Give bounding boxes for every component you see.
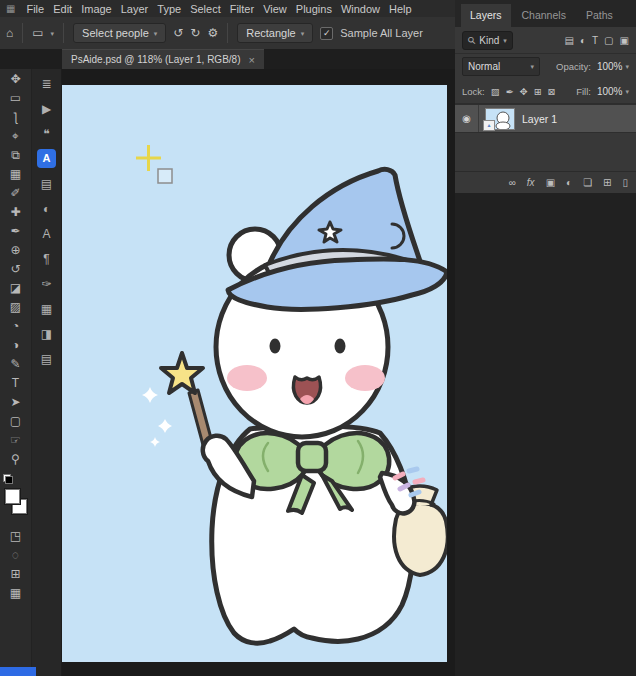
layer-style-icon[interactable]: fx <box>527 178 535 188</box>
spot-healing-tool[interactable]: ✚ <box>0 202 31 221</box>
history-panel-icon[interactable]: ≣ <box>32 71 61 96</box>
history-brush-tool[interactable]: ↺ <box>0 259 31 278</box>
bottom-left-accent-bar <box>0 667 36 676</box>
menu-window[interactable]: Window <box>341 3 380 15</box>
tab-layers[interactable]: Layers <box>461 4 511 27</box>
filter-pixel-icon[interactable]: ▤ <box>564 35 573 46</box>
gradients-panel-icon[interactable]: ◨ <box>32 321 61 346</box>
libraries-panel-icon[interactable]: ▤ <box>32 171 61 196</box>
zoom-tool[interactable]: ⚲ <box>0 449 31 468</box>
link-icon[interactable]: ∞ <box>509 178 516 188</box>
paragraph-panel-icon[interactable]: ¶ <box>32 246 61 271</box>
layer-thumbnail[interactable]: ▴ <box>485 108 515 130</box>
lock-artboard-icon[interactable]: ⊞ <box>534 86 542 97</box>
layer-row[interactable]: ◉ ▴ Layer 1 <box>455 104 636 133</box>
object-selection-tool[interactable]: ⌖ <box>0 126 31 145</box>
blur-tool[interactable]: ◔ <box>0 316 31 335</box>
brush-tool[interactable]: ✒ <box>0 221 31 240</box>
adjustments-panel-icon[interactable]: ◐ <box>32 196 61 221</box>
screen-mode-icon[interactable]: ◌ <box>0 545 31 564</box>
layer-mask-icon[interactable]: ▣ <box>546 178 555 188</box>
tab-channels[interactable]: Channels <box>513 4 575 27</box>
path-selection-tool[interactable]: ➤ <box>0 392 31 411</box>
lock-paint-icon[interactable]: ✒ <box>506 86 514 97</box>
current-tool-icon[interactable]: ▭ <box>32 27 43 39</box>
blend-mode-select[interactable]: Normal ▾ <box>462 57 540 76</box>
document-tab[interactable]: PsAide.psd @ 118% (Layer 1, RGB/8) × <box>62 49 264 69</box>
filter-adjustment-icon[interactable]: ◐ <box>580 35 586 46</box>
menu-view[interactable]: View <box>263 3 287 15</box>
move-tool[interactable]: ✥ <box>0 69 31 88</box>
grid-icon[interactable]: ⊞ <box>0 564 31 583</box>
menu-edit[interactable]: Edit <box>53 3 72 15</box>
adjustment-layer-icon[interactable]: ◐ <box>566 178 572 188</box>
comments-panel-icon[interactable]: ❝ <box>32 121 61 146</box>
foreground-color-swatch[interactable] <box>4 488 21 505</box>
swatches-panel-icon[interactable]: ▤ <box>32 346 61 371</box>
quick-mask-icon[interactable]: ◳ <box>0 526 31 545</box>
type-tool[interactable]: T <box>0 373 31 392</box>
brushes-panel-icon[interactable]: ✑ <box>32 271 61 296</box>
filter-shape-icon[interactable]: ▢ <box>604 35 613 46</box>
lasso-tool[interactable]: ƪ <box>0 107 31 126</box>
search-icon: ⚲ <box>465 34 478 47</box>
grid-icon[interactable]: ▦ <box>0 583 31 602</box>
chevron-down-icon: ▾ <box>154 30 158 37</box>
menu-help[interactable]: Help <box>389 3 412 15</box>
layer-visibility-toggle[interactable]: ◉ <box>455 105 479 132</box>
ai-plugin-icon[interactable]: A <box>32 146 61 171</box>
marquee-tool[interactable]: ▭ <box>0 88 31 107</box>
delete-layer-icon[interactable]: ▯ <box>622 178 628 188</box>
sample-all-layers-checkbox[interactable]: ✓ <box>320 27 333 40</box>
shape-select[interactable]: Rectangle ▾ <box>237 23 313 43</box>
menu-layer[interactable]: Layer <box>121 3 149 15</box>
opacity-value[interactable]: 100% ▾ <box>597 61 629 72</box>
lock-all-icon[interactable]: ⊠ <box>548 86 556 97</box>
menu-select[interactable]: Select <box>190 3 221 15</box>
gear-icon[interactable]: ⚙ <box>207 27 218 39</box>
dodge-tool[interactable]: ◑ <box>0 335 31 354</box>
eraser-tool[interactable]: ◪ <box>0 278 31 297</box>
menu-type[interactable]: Type <box>157 3 181 15</box>
crop-tool[interactable]: ⧉ <box>0 145 31 164</box>
clone-stamp-tool[interactable]: ⊕ <box>0 240 31 259</box>
photoshop-window: ▦ File Edit Image Layer Type Select Filt… <box>0 0 636 676</box>
lock-move-icon[interactable]: ✥ <box>520 86 528 97</box>
menu-plugins[interactable]: Plugins <box>296 3 332 15</box>
select-people-button[interactable]: Select people ▾ <box>73 23 166 43</box>
pen-tool[interactable]: ✎ <box>0 354 31 373</box>
hand-tool[interactable]: ☞ <box>0 430 31 449</box>
chevron-down-icon: ▾ <box>625 63 629 70</box>
close-tab-icon[interactable]: × <box>249 54 255 66</box>
cycle-back-icon[interactable]: ↺ <box>173 27 183 39</box>
layer-filter-kind[interactable]: ⚲ Kind ▾ <box>462 31 513 50</box>
menu-image[interactable]: Image <box>81 3 112 15</box>
new-group-icon[interactable]: ❏ <box>583 178 592 188</box>
gradient-tool[interactable]: ▨ <box>0 297 31 316</box>
eyedropper-tool[interactable]: ✐ <box>0 183 31 202</box>
new-layer-icon[interactable]: ⊞ <box>603 178 611 188</box>
bow-knot <box>298 443 326 471</box>
filter-smart-object-icon[interactable]: ▣ <box>620 35 629 46</box>
menu-filter[interactable]: Filter <box>230 3 254 15</box>
menu-file[interactable]: File <box>26 3 44 15</box>
filter-type-icon[interactable]: T <box>592 35 598 46</box>
canvas[interactable] <box>62 85 447 662</box>
chevron-down-icon: ▾ <box>301 30 305 37</box>
character-panel-icon[interactable]: A <box>32 221 61 246</box>
patterns-panel-icon[interactable]: ▦ <box>32 296 61 321</box>
chevron-down-icon[interactable]: ▾ <box>51 30 55 37</box>
home-icon[interactable]: ⌂ <box>6 27 13 39</box>
actions-panel-icon[interactable]: ▶ <box>32 96 61 121</box>
frame-tool[interactable]: ▦ <box>0 164 31 183</box>
tab-paths[interactable]: Paths <box>577 4 622 27</box>
default-colors-icon[interactable] <box>3 474 13 484</box>
cycle-forward-icon[interactable]: ↻ <box>190 27 200 39</box>
lock-transparency-icon[interactable]: ▨ <box>491 86 500 97</box>
rectangle-tool[interactable]: ▢ <box>0 411 31 430</box>
layer-list-empty-area[interactable] <box>455 133 636 171</box>
fill-value[interactable]: 100% ▾ <box>597 86 629 97</box>
layer-name[interactable]: Layer 1 <box>522 113 557 125</box>
app-icon[interactable]: ▦ <box>6 3 15 14</box>
opacity-number: 100% <box>597 61 623 72</box>
